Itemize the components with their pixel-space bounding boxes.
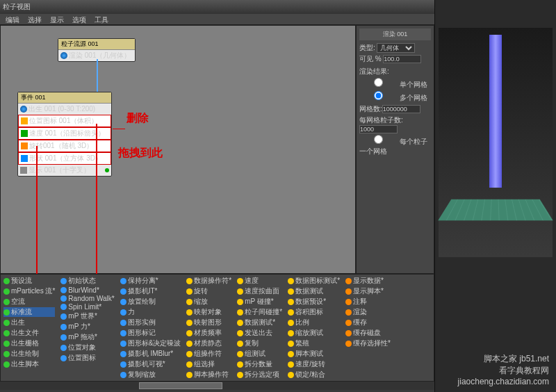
depot-item[interactable]: 脚本测试 — [288, 349, 340, 359]
menu-tools[interactable]: 工具 — [95, 15, 108, 23]
depot-icon — [288, 330, 294, 336]
per-particle-option[interactable]: 每个粒子一个网格 — [359, 135, 431, 156]
depot-item[interactable]: mParticles 流* — [3, 286, 55, 296]
depot-item[interactable]: 显示脚本* — [345, 286, 391, 296]
depot-item[interactable]: 繁殖 — [288, 338, 340, 348]
depot-item[interactable]: 出生 — [3, 318, 55, 327]
depot-item[interactable]: 旋转 — [186, 286, 231, 296]
depot-item[interactable]: Random Walk* — [60, 295, 114, 302]
depot-item[interactable]: 位置对象 — [60, 343, 114, 352]
depot-item[interactable]: 保持分离* — [120, 276, 181, 286]
depot-item[interactable]: 图形标&决定噪波 — [120, 338, 181, 348]
viewport-3d[interactable] — [439, 28, 553, 257]
depot-item[interactable]: 组测试 — [237, 349, 282, 359]
scrollbar-thumb[interactable] — [139, 382, 222, 389]
type-select[interactable]: 几何体 — [377, 43, 415, 53]
depot-item[interactable]: 出生绘制 — [3, 349, 55, 359]
depot-item[interactable]: 速度 — [237, 276, 282, 286]
depot-item[interactable]: 位置图标 — [60, 353, 114, 363]
speed-row[interactable]: 速度 001（沿图标箭头） — [18, 127, 111, 140]
depot-icon — [120, 351, 126, 357]
depot-item[interactable]: 脚本操作符 — [186, 370, 231, 379]
depot-item[interactable]: 比例 — [288, 318, 340, 327]
depot-item[interactable]: 数据操作符* — [186, 276, 231, 286]
display-row[interactable]: 显示 001（十字叉） — [18, 165, 111, 176]
depot-item[interactable]: 数据测试 — [288, 286, 340, 296]
depot-item[interactable]: 摄影机 IMBlur* — [120, 349, 181, 359]
menu-display[interactable]: 显示 — [50, 15, 64, 23]
depot-item[interactable]: 缩放测试 — [288, 328, 340, 338]
depot-item[interactable]: 摄影机可视* — [120, 359, 181, 369]
single-mesh-radio[interactable] — [359, 78, 398, 87]
position-row[interactable]: 位置图标 001（体积） — [18, 115, 111, 127]
depot-item[interactable]: 粒子间碰撞* — [237, 307, 282, 317]
visible-input[interactable] — [383, 55, 421, 63]
depot-item[interactable]: 显示数据* — [345, 276, 391, 286]
depot-icon — [345, 278, 352, 284]
shape-row[interactable]: 形状 001（立方体 3D） — [18, 152, 111, 165]
depot-item[interactable]: 拆分数量 — [237, 359, 282, 369]
menu-select[interactable]: 选择 — [28, 15, 42, 23]
depot-item[interactable]: 复制缩放 — [120, 370, 181, 379]
depot-item[interactable]: 速度/旋转 — [288, 359, 340, 369]
depot-item[interactable]: 放置绘制 — [120, 297, 181, 307]
depot-item[interactable]: 容积图标 — [288, 307, 340, 317]
per-mesh-input[interactable] — [359, 125, 398, 133]
depot-item[interactable]: 标准流 — [3, 307, 55, 317]
depot-scrollbar[interactable] — [0, 382, 434, 390]
menu-edit[interactable]: 编辑 — [6, 15, 19, 23]
depot-item[interactable]: 映射图形 — [186, 318, 231, 327]
source-node[interactable]: 粒子流源 001 渲染 001（几何体） — [58, 38, 136, 62]
depot-icon — [345, 320, 352, 326]
multi-mesh-option[interactable]: 多个网格 — [359, 91, 431, 103]
event-node[interactable]: 事件 001 出生 001 (0-30 T:200) 位置图标 001（体积） … — [17, 92, 112, 177]
rotation-row[interactable]: 旋转001（随机 3D） — [18, 140, 111, 152]
depot-item[interactable]: BlurWind* — [60, 286, 114, 294]
depot-item[interactable]: 缓存 — [345, 318, 391, 327]
single-mesh-option[interactable]: 单个网格 — [359, 78, 431, 90]
depot-icon — [3, 288, 10, 295]
depot-item[interactable]: 材质频率 — [186, 328, 231, 338]
depot-icon — [345, 309, 352, 316]
depot-item[interactable]: 组操作符 — [186, 349, 231, 359]
depot-item[interactable]: 摄影机IT* — [120, 286, 181, 296]
depot-item[interactable]: 速度按曲面 — [237, 286, 282, 296]
depot-item[interactable]: 映射对象 — [186, 307, 231, 317]
depot-item[interactable]: 缓存磁盘 — [345, 328, 391, 338]
depot-item[interactable]: 力 — [120, 307, 181, 317]
depot-item[interactable]: 预设流 — [3, 276, 55, 286]
birth-row[interactable]: 出生 001 (0-30 T:200) — [18, 104, 111, 115]
schematic-canvas[interactable]: 粒子流源 001 渲染 001（几何体） 事件 001 出生 001 (0-30… — [0, 25, 356, 274]
mesh-count-input[interactable] — [382, 105, 420, 113]
depot-item[interactable]: 数据预设* — [288, 297, 340, 307]
menu-options[interactable]: 选项 — [72, 15, 86, 23]
depot-item[interactable]: 图形标记 — [120, 328, 181, 338]
depot-item[interactable]: 复制 — [237, 338, 282, 348]
depot-item[interactable]: 数据图标测试* — [288, 276, 340, 286]
depot-icon — [3, 351, 10, 357]
depot-item[interactable]: 缩放 — [186, 297, 231, 307]
depot-item[interactable]: 出生文件 — [3, 328, 55, 338]
depot-item[interactable]: 出生栅格 — [3, 338, 55, 348]
per-particle-radio[interactable] — [359, 135, 398, 144]
depot-item[interactable]: 空流 — [3, 297, 55, 307]
multi-mesh-radio[interactable] — [359, 91, 398, 100]
depot-item[interactable]: 材质静态 — [186, 338, 231, 348]
depot-item[interactable]: mP 碰撞* — [237, 297, 282, 307]
depot-item[interactable]: 数据测试* — [237, 318, 282, 327]
depot-item[interactable]: 缓存选择性* — [345, 338, 391, 348]
depot-item[interactable]: 出生脚本 — [3, 359, 55, 369]
depot-item[interactable]: mP 拖动* — [60, 332, 114, 342]
depot-item[interactable]: 拆分选定项 — [237, 370, 282, 379]
depot-item[interactable]: 组选择 — [186, 359, 231, 369]
shape-icon — [21, 155, 28, 162]
depot-item[interactable]: 图形实例 — [120, 318, 181, 327]
depot-item[interactable]: 锁定/粘合 — [288, 370, 340, 379]
depot-item[interactable]: 初始状态 — [60, 276, 114, 286]
depot-item[interactable]: 渲染 — [345, 307, 391, 317]
depot-item[interactable]: 发送出去 — [237, 328, 282, 338]
depot-item[interactable]: Spin Limit* — [60, 303, 114, 311]
depot-item[interactable]: mP 力* — [60, 322, 114, 332]
depot-item[interactable]: mP 世界* — [60, 311, 114, 321]
depot-item[interactable]: 注释 — [345, 297, 391, 307]
